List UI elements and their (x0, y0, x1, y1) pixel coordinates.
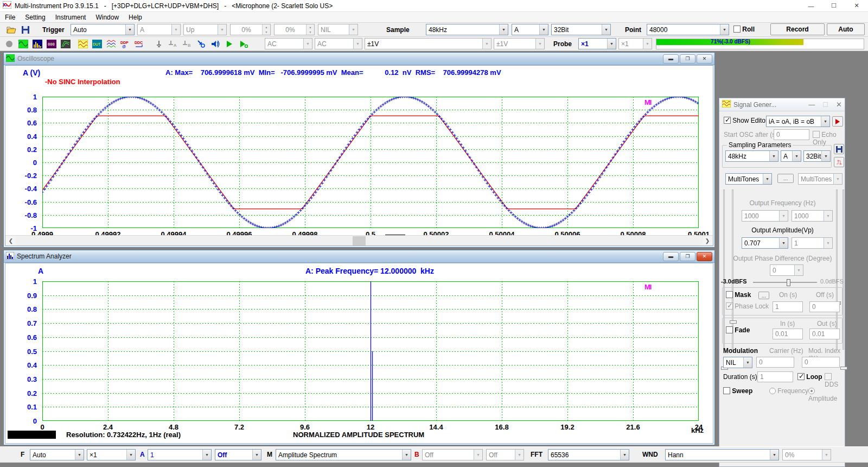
minimize-icon[interactable]: — (808, 101, 815, 109)
gen-channel-combo[interactable]: A▼ (781, 150, 801, 162)
freq-a-combo[interactable]: 1000▼ (742, 210, 788, 222)
record-dot-icon[interactable] (3, 39, 15, 49)
probe-calibration-icon[interactable] (153, 39, 165, 49)
menu-window[interactable]: Window (91, 12, 124, 22)
scrollbar-thumb[interactable] (353, 236, 366, 245)
menu-setting[interactable]: Setting (20, 12, 50, 22)
loop-checkbox[interactable]: Loop (797, 373, 822, 381)
signal-generator-icon[interactable] (77, 39, 89, 49)
zoom-combo[interactable]: ×1▼ (87, 449, 136, 460)
scroll-right-icon[interactable]: ❯ (703, 236, 712, 245)
trigger-hpf-combo[interactable]: NIL▼ (318, 24, 358, 35)
mask-checkbox[interactable]: Mask (726, 291, 751, 299)
modulation-combo[interactable]: NIL▼ (723, 357, 752, 368)
mod-index-field[interactable]: 0 (802, 357, 840, 368)
ground-b-icon[interactable]: B (181, 39, 193, 49)
mask-on-field[interactable]: 1 (773, 301, 803, 312)
amp-b-combo[interactable]: 1▼ (792, 237, 833, 249)
main-titlebar[interactable]: Multi-Instrument Pro 3.9.15.1 - [+3DP+DL… (0, 0, 868, 12)
menu-help[interactable]: Help (124, 12, 147, 22)
ground-a-icon[interactable]: A (167, 39, 179, 49)
oscilloscope-hscrollbar[interactable]: ❮ ❯ (5, 235, 713, 245)
range-b-combo[interactable]: ±1V▼ (494, 38, 545, 49)
multimeter-icon[interactable]: 000 (46, 39, 58, 49)
spectrum-chart[interactable] (42, 281, 699, 421)
probe-b-combo[interactable]: ×1▼ (618, 38, 652, 49)
close-icon[interactable]: ✕ (836, 100, 842, 109)
trigger-source-combo[interactable]: A▼ (137, 24, 181, 35)
oscilloscope-titlebar[interactable]: Oscilloscope ▬ ❐ ✕ (4, 53, 714, 65)
sweep-frequency-radio[interactable]: Frequency (769, 387, 808, 395)
phase-lock-checkbox[interactable]: Phase Lock (726, 302, 769, 310)
maximize-icon[interactable]: ☐ (822, 101, 828, 109)
window-function-combo[interactable]: Hann▼ (665, 449, 779, 460)
scroll-left-icon[interactable]: ❮ (6, 236, 16, 245)
routing-combo[interactable]: iA = oA, iB = oB▼ (766, 116, 830, 127)
fade-out-field[interactable]: 0.01 (809, 329, 840, 339)
mask-off-field[interactable]: 0 (809, 301, 840, 312)
derived-trace-icon[interactable] (105, 39, 117, 49)
dbfs-slider[interactable] (753, 282, 817, 283)
more-button[interactable]: ... (777, 174, 794, 183)
generator-run-button[interactable] (832, 116, 843, 127)
close-button[interactable]: ✕ (845, 0, 868, 11)
trigger-edge-combo[interactable]: Up▼ (183, 24, 227, 35)
start-osc-field[interactable]: 0 (774, 129, 809, 140)
minimize-icon[interactable]: ▬ (663, 54, 679, 64)
trigger-mode-combo[interactable]: Auto▼ (71, 24, 135, 35)
waveform-b-combo[interactable]: MultiTones▼ (798, 173, 843, 185)
coupling-b-combo[interactable]: AC▼ (315, 38, 362, 49)
oscilloscope-chart[interactable] (42, 97, 699, 228)
off-a-combo[interactable]: Off▼ (215, 449, 261, 460)
mode-combo[interactable]: Amplitude Spectrum▼ (276, 449, 411, 460)
maximize-button[interactable]: ☐ (822, 0, 845, 11)
overlap-combo[interactable]: 0%▼ (782, 449, 831, 460)
freq-b-combo[interactable]: 1000▼ (792, 210, 833, 222)
dds-checkbox[interactable]: DDS (825, 373, 845, 388)
amp-a-combo[interactable]: 0.707▼ (742, 237, 788, 249)
dut-icon[interactable]: DUT (91, 39, 103, 49)
probe-a-combo[interactable]: ×1▼ (578, 38, 616, 49)
spectrum-3d-icon[interactable] (60, 39, 72, 49)
trigger-level-spinner[interactable]: 0%▲▼ (230, 24, 271, 35)
menu-instrument[interactable]: Instrument (50, 12, 91, 22)
minimize-icon[interactable]: ▬ (663, 252, 679, 261)
fft-size-combo[interactable]: 65536▼ (548, 449, 629, 460)
oscilloscope-icon[interactable] (17, 39, 29, 49)
spectrum-titlebar[interactable]: Spectrum Analyzer ▬ ❐ ✕ (4, 250, 714, 263)
ddp-icon[interactable]: DDP@ (119, 39, 131, 49)
sweep-amplitude-radio[interactable]: Amplitude (808, 387, 845, 402)
fade-in-field[interactable]: 0.01 (773, 329, 803, 339)
save-icon[interactable] (20, 24, 31, 35)
sample-rate-combo[interactable]: 48kHz▼ (426, 24, 508, 35)
run-once-icon[interactable] (238, 39, 250, 49)
coupling-a-combo[interactable]: AC▼ (265, 38, 312, 49)
menu-file[interactable]: File (0, 12, 20, 22)
gen-bits-combo[interactable]: 32Bit▼ (803, 150, 831, 162)
gain-a-combo[interactable]: 1▼ (148, 449, 212, 460)
duration-field[interactable]: 1 (757, 371, 793, 382)
show-editor-checkbox[interactable]: Show Editor (724, 117, 768, 124)
sweep-checkbox[interactable]: Sweep (723, 387, 752, 395)
gen-modulation-icon[interactable] (834, 157, 844, 167)
fade-checkbox[interactable]: Fade (726, 326, 750, 334)
auto-button[interactable]: Auto (827, 23, 865, 35)
amplitude-slider-b-right[interactable] (843, 190, 844, 350)
waveform-a-combo[interactable]: MultiTones▼ (725, 173, 772, 185)
mask-more-button[interactable]: ... (758, 292, 769, 299)
ddc-icon[interactable]: DDC (133, 39, 145, 49)
restore-icon[interactable]: ❐ (680, 252, 695, 261)
open-file-icon[interactable] (5, 24, 17, 35)
minimize-button[interactable]: — (800, 0, 822, 11)
off-b2-combo[interactable]: Off▼ (486, 449, 524, 460)
record-button[interactable]: Record (770, 23, 825, 35)
roll-checkbox[interactable]: Roll (733, 26, 755, 33)
speaker-icon[interactable] (209, 39, 221, 49)
close-icon[interactable]: ✕ (697, 54, 712, 64)
phase-combo[interactable]: 0▼ (770, 264, 803, 276)
range-a-combo[interactable]: ±1V▼ (365, 38, 492, 49)
sample-bits-combo[interactable]: 32Bit▼ (551, 24, 611, 35)
gen-save-icon[interactable] (834, 144, 844, 154)
sample-channel-combo[interactable]: A▼ (512, 24, 548, 35)
calibration-tool-icon[interactable] (195, 39, 207, 49)
